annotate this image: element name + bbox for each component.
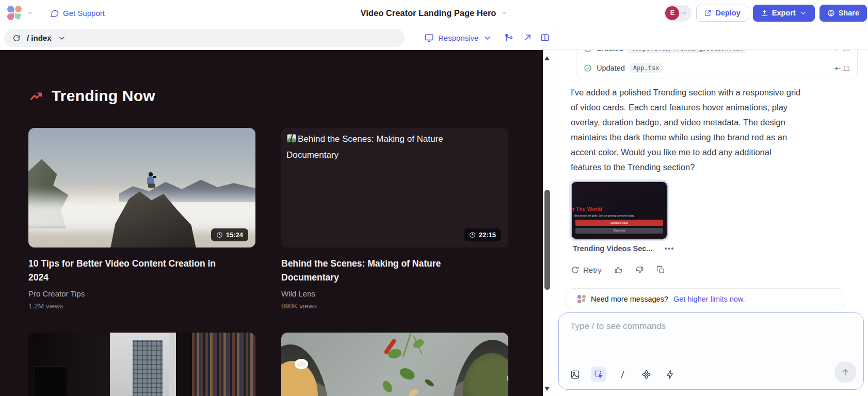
title-chevron-down-icon[interactable]: [501, 10, 507, 16]
file-operations-card: Created components/TrendingSection.tsx +…: [576, 50, 858, 78]
send-button[interactable]: [834, 361, 856, 383]
path-chevron-down-icon[interactable]: [58, 34, 66, 42]
share-button[interactable]: Share: [819, 5, 867, 22]
thumbs-down-icon: [635, 266, 644, 274]
component-preview-thumbnail[interactable]: th The World ideos around the globe. Joi…: [571, 181, 668, 240]
retry-button[interactable]: Retry: [571, 266, 602, 274]
deploy-button[interactable]: Deploy: [696, 5, 748, 22]
quick-actions-icon[interactable]: [662, 367, 678, 382]
app-logo-icon: [577, 295, 586, 303]
chat-input[interactable]: [559, 313, 863, 354]
video-thumbnail[interactable]: [281, 333, 508, 396]
video-title[interactable]: Behind the Scenes: Making of Nature Docu…: [281, 257, 508, 285]
diff-count: +-11: [834, 64, 850, 72]
thumbs-down-button[interactable]: [635, 266, 644, 274]
message-actions: Retry: [571, 266, 665, 274]
integrations-icon[interactable]: [638, 367, 654, 382]
external-link-icon: [704, 9, 712, 17]
assistant-message: I've added a polished Trending section w…: [571, 85, 863, 175]
logo-chevron-down-icon[interactable]: [27, 10, 33, 16]
avatar: E: [665, 6, 679, 20]
toolbar: / index Responsive Chat Code v4: [0, 26, 868, 50]
trending-title: Trending Now: [52, 87, 155, 105]
trending-up-icon: [29, 89, 43, 103]
attach-image-icon[interactable]: [567, 367, 583, 382]
project-title: Video Creator Landing Page Hero: [361, 8, 496, 18]
upload-icon: [761, 9, 768, 17]
top-bar: Get Support Video Creator Landing Page H…: [0, 0, 868, 26]
diff-count: +-66: [834, 50, 850, 53]
monitor-icon: [424, 33, 434, 43]
limits-text: Need more messages?: [591, 295, 668, 303]
avatar-chevron-down-icon: [681, 10, 687, 16]
route-path: / index: [27, 34, 52, 42]
responsive-selector[interactable]: Responsive: [424, 26, 492, 50]
attachment-label[interactable]: Trending Videos Sec...: [573, 244, 652, 253]
chat-bubble-icon: [50, 8, 59, 18]
image-alt-text: Behind the Scenes: Making of Nature Docu…: [286, 132, 443, 162]
account-menu[interactable]: E: [664, 5, 692, 22]
refresh-icon[interactable]: [12, 34, 21, 42]
file-chip[interactable]: App.tsx: [630, 63, 663, 73]
preview-scrollbar[interactable]: [543, 50, 552, 396]
video-card[interactable]: Behind the Scenes: Making of Nature Docu…: [281, 128, 508, 310]
trending-section-header: Trending Now: [29, 87, 155, 105]
component-inspector-icon[interactable]: [504, 32, 514, 43]
globe-icon: [827, 9, 835, 17]
scroll-down-arrow[interactable]: [544, 387, 550, 391]
get-support-label: Get Support: [63, 9, 105, 18]
limits-banner: Need more messages? Get higher limits no…: [566, 288, 844, 309]
split-view-icon[interactable]: [540, 32, 550, 43]
open-in-new-tab-icon[interactable]: [522, 32, 533, 43]
clock-icon: [216, 232, 223, 238]
check-circle-icon: [584, 50, 592, 53]
food-photo: [281, 333, 508, 396]
video-views: 890K views: [281, 302, 508, 310]
video-card[interactable]: 15:24 10 Tips for Better Video Content C…: [28, 128, 255, 310]
get-support-link[interactable]: Get Support: [50, 8, 105, 18]
video-thumbnail[interactable]: [28, 333, 255, 396]
slash-command-icon[interactable]: [615, 367, 630, 382]
top-bar-right: E Deploy Export Share: [664, 0, 867, 26]
chat-pane: Created components/TrendingSection.tsx +…: [555, 50, 868, 396]
video-channel: Pro Creator Tips: [28, 289, 255, 298]
copy-button[interactable]: [656, 266, 665, 274]
arrow-up-icon: [841, 368, 850, 377]
clock-icon: [469, 232, 476, 238]
video-card-partial[interactable]: [28, 333, 255, 396]
responsive-chevron-down-icon: [483, 33, 492, 43]
room-photo: [28, 333, 255, 396]
preview-scrollbar-thumb[interactable]: [544, 190, 550, 290]
file-chip[interactable]: components/TrendingSection.tsx: [628, 50, 747, 53]
input-toolbar: [567, 367, 678, 382]
video-channel: Wild Lens: [281, 289, 508, 298]
file-op-row[interactable]: Created components/TrendingSection.tsx +…: [576, 50, 857, 58]
top-bar-left: Get Support: [0, 6, 105, 20]
url-bar[interactable]: / index: [4, 29, 405, 47]
broken-image-icon: [286, 133, 297, 148]
export-button[interactable]: Export: [753, 5, 815, 22]
video-thumbnail-broken[interactable]: Behind the Scenes: Making of Nature Docu…: [281, 128, 508, 248]
duration-badge: 22:15: [464, 228, 501, 241]
share-label: Share: [839, 9, 859, 17]
video-title[interactable]: 10 Tips for Better Video Content Creatio…: [28, 257, 255, 285]
app-window: Get Support Video Creator Landing Page H…: [0, 0, 868, 396]
select-element-icon[interactable]: [591, 367, 606, 382]
copy-icon: [656, 266, 665, 274]
retry-icon: [571, 266, 580, 274]
check-circle-icon: [584, 64, 592, 72]
scroll-up-arrow[interactable]: [544, 56, 550, 60]
preview-pane: Trending Now 15:24 10 Tips for Better Vi…: [0, 50, 543, 396]
thumbs-up-button[interactable]: [614, 266, 623, 274]
chat-input-box[interactable]: [558, 312, 864, 390]
attachment-label-row: Trending Videos Sec...: [573, 244, 676, 253]
export-chevron-down-icon: [799, 9, 807, 17]
file-op-row[interactable]: Updated App.tsx +-11: [576, 58, 857, 78]
more-options-icon[interactable]: [663, 245, 676, 252]
duration-badge: 15:24: [211, 228, 248, 241]
get-higher-limits-link[interactable]: Get higher limits now.: [673, 295, 745, 303]
responsive-label: Responsive: [438, 34, 478, 42]
app-logo-icon[interactable]: [7, 6, 22, 20]
video-card-partial[interactable]: [281, 333, 508, 396]
video-thumbnail[interactable]: 15:24: [28, 128, 255, 248]
